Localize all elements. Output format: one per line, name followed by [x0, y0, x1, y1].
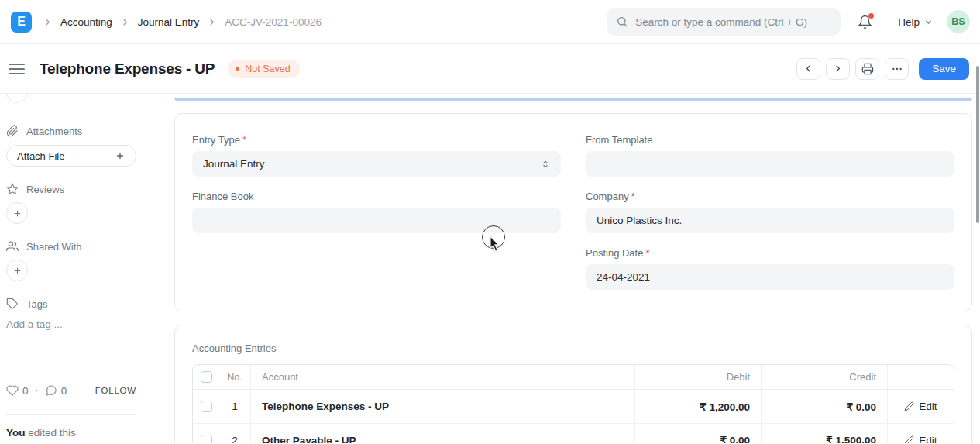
attachments-section-header: Attachments [6, 125, 136, 137]
debit-cell[interactable]: ₹ 1,200.00 [634, 390, 761, 423]
company-label: Company* [586, 191, 954, 202]
entry-type-label: Entry Type* [192, 134, 561, 146]
assign-button-partial[interactable] [6, 94, 28, 103]
document-sidebar: Attachments Attach File Reviews Shared W… [0, 94, 163, 443]
finance-book-input[interactable] [192, 208, 561, 233]
chevron-right-icon [42, 16, 53, 28]
edit-row-button[interactable]: Edit [904, 435, 937, 444]
account-cell[interactable]: Telephone Expenses - UP [250, 390, 634, 423]
like-count: 0 [22, 385, 29, 397]
row-number: 2 [219, 424, 250, 443]
user-avatar[interactable]: BS [947, 10, 970, 33]
select-all-checkbox[interactable] [201, 371, 212, 383]
account-cell[interactable]: Other Payable - UP [250, 424, 634, 443]
content-area: Attachments Attach File Reviews Shared W… [0, 94, 980, 443]
add-tag-input[interactable]: Add a tag ... [6, 318, 136, 330]
plus-icon [12, 266, 22, 276]
attachments-label: Attachments [26, 126, 82, 137]
pencil-icon [904, 435, 914, 444]
chevron-right-icon [206, 16, 218, 28]
breadcrumb-journal-entry[interactable]: Journal Entry [138, 16, 200, 28]
top-navbar: E Accounting Journal Entry ACC-JV-2021-0… [0, 0, 980, 44]
header-actions: Save [796, 58, 969, 80]
breadcrumb-accounting[interactable]: Accounting [60, 16, 112, 28]
edited-action-text: edited this [26, 427, 76, 439]
posting-date-field: Posting Date* 24-04-2021 [586, 247, 954, 290]
chevron-right-icon [832, 63, 844, 74]
next-document-button[interactable] [826, 58, 850, 80]
breadcrumb-document-id[interactable]: ACC-JV-2021-00026 [225, 16, 322, 28]
comment-icon[interactable] [45, 384, 57, 397]
breadcrumb: Accounting Journal Entry ACC-JV-2021-000… [42, 16, 322, 28]
ellipsis-icon [891, 63, 903, 75]
status-badge: Not Saved [228, 60, 299, 78]
page-header: Telephone Expenses - UP Not Saved Save [0, 44, 980, 94]
heart-icon[interactable] [6, 384, 19, 397]
required-marker: * [242, 134, 246, 146]
count-separator: · [35, 384, 39, 398]
credit-cell[interactable]: ₹ 0.00 [761, 390, 887, 423]
help-menu[interactable]: Help [898, 16, 934, 28]
from-template-input[interactable] [586, 151, 954, 177]
credit-cell[interactable]: ₹ 1,500.00 [761, 424, 887, 443]
page-title: Telephone Expenses - UP [40, 60, 215, 77]
shared-with-label: Shared With [26, 241, 82, 253]
app-window: E Accounting Journal Entry ACC-JV-2021-0… [0, 0, 980, 444]
required-marker: * [631, 191, 635, 202]
search-input[interactable] [635, 16, 831, 28]
form-left-column: Entry Type* Journal Entry Finance Book [192, 134, 561, 304]
plus-icon [115, 150, 126, 161]
entry-type-field: Entry Type* Journal Entry [192, 134, 561, 177]
required-marker: * [645, 247, 649, 259]
erpnext-logo[interactable]: E [11, 12, 32, 33]
navbar-divider [885, 12, 885, 31]
column-header-edit [887, 365, 954, 389]
journal-entry-form-card: Entry Type* Journal Entry Finance Book [174, 113, 972, 311]
edit-label: Edit [919, 435, 937, 444]
window-scrollbar[interactable] [976, 66, 979, 223]
posting-date-input[interactable]: 24-04-2021 [586, 264, 954, 290]
sidebar-divider [6, 414, 136, 415]
attach-file-button[interactable]: Attach File [6, 145, 136, 167]
tags-section-header: Tags [6, 298, 136, 310]
row-checkbox[interactable] [201, 401, 212, 412]
main-panel: Entry Type* Journal Entry Finance Book [163, 94, 980, 443]
status-dot-icon [236, 67, 239, 71]
search-icon [616, 15, 628, 28]
form-right-column: From Template Company* Unico Plastics In… [586, 134, 954, 304]
status-badge-label: Not Saved [245, 64, 290, 74]
printer-icon [861, 63, 874, 75]
previous-document-button[interactable] [796, 58, 820, 80]
tags-label: Tags [26, 298, 47, 310]
attach-file-label: Attach File [17, 150, 64, 162]
table-row: 2 Other Payable - UP ₹ 0.00 ₹ 1,500.00 E… [193, 423, 954, 443]
paperclip-icon [6, 125, 19, 137]
notification-dot [868, 13, 874, 19]
select-chevrons-icon [541, 160, 550, 169]
follow-button[interactable]: FOLLOW [95, 386, 136, 395]
debit-cell[interactable]: ₹ 0.00 [634, 424, 761, 443]
save-button[interactable]: Save [919, 58, 969, 80]
social-row: 0 · 0 FOLLOW [6, 384, 136, 398]
notifications-button[interactable] [858, 15, 872, 29]
users-icon [6, 240, 19, 253]
accounting-entries-card: Accounting Entries No. Account Debit Cre… [174, 325, 972, 443]
from-template-field: From Template [586, 134, 954, 177]
add-share-wrapper [6, 260, 28, 281]
add-review-button[interactable] [6, 202, 28, 224]
edit-row-button[interactable]: Edit [904, 401, 937, 412]
row-checkbox[interactable] [201, 435, 212, 444]
add-share-button[interactable] [6, 260, 28, 281]
shared-with-section-header: Shared With [6, 240, 136, 253]
add-review-wrapper [6, 202, 28, 224]
pencil-icon [904, 401, 914, 411]
print-button[interactable] [855, 58, 879, 80]
edit-label: Edit [919, 401, 937, 412]
tag-icon [6, 298, 19, 310]
menu-icon[interactable] [9, 64, 25, 74]
global-search[interactable] [607, 8, 841, 36]
more-options-button[interactable] [885, 58, 909, 80]
entry-type-select[interactable]: Journal Entry [192, 151, 561, 177]
company-input[interactable]: Unico Plastics Inc. [586, 208, 954, 233]
accounting-entries-section-label: Accounting Entries [192, 342, 954, 354]
